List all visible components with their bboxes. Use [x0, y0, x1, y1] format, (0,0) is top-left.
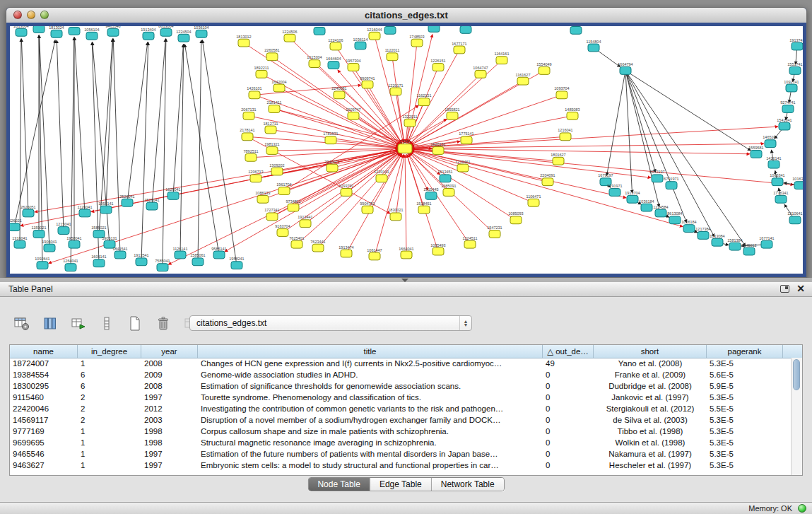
graph-node[interactable]: 1958241 [229, 257, 244, 269]
graph-node[interactable]: 1841541 [112, 247, 127, 259]
graph-node[interactable]: 8613084 [667, 211, 682, 223]
new-file-button[interactable] [126, 315, 144, 332]
graph-node[interactable]: 9274741 [780, 100, 795, 112]
graph-node[interactable]: 1955821 [445, 107, 459, 119]
graph-node[interactable]: 1159021 [32, 226, 47, 238]
graph-node[interactable]: 1093791 [339, 184, 353, 196]
graph-node[interactable]: 1465241 [763, 135, 777, 147]
graph-node[interactable]: 1775141 [459, 132, 473, 144]
vertical-scrollbar[interactable] [791, 358, 802, 475]
graph-node[interactable]: 1061447 [367, 248, 382, 260]
graph-node[interactable]: 1126041 [78, 205, 93, 217]
table-row[interactable]: 1872400712008Changes of HCN gene express… [10, 358, 792, 369]
graph-node[interactable]: 1485083 [565, 107, 579, 119]
graph-node[interactable]: 1906041 [42, 240, 57, 252]
graph-node[interactable]: 1915445 [423, 187, 438, 199]
graph-node[interactable]: 1541341 [777, 118, 792, 130]
window-titlebar[interactable]: citations_edges.txt [6, 8, 806, 23]
graph-node[interactable]: 1016341 [792, 177, 803, 189]
graph-node[interactable]: 9245012 [741, 243, 756, 255]
table-row[interactable]: 2242004622012Investigating the contribut… [10, 403, 792, 414]
table-row[interactable]: 1830029562008Estimation of significance … [10, 380, 792, 392]
graph-node[interactable]: 2626051 [20, 205, 35, 217]
graph-node[interactable]: 1206713 [248, 170, 263, 182]
graph-node[interactable]: 1161627 [516, 73, 531, 85]
graph-node[interactable]: 1677171 [452, 42, 466, 54]
graph-node[interactable]: 1224504 [176, 30, 191, 42]
graph-node[interactable]: 1224511 [463, 236, 478, 248]
graph-node[interactable]: 7892511 [244, 149, 259, 161]
network-canvas[interactable]: 1724018130122260581122450610153041224106… [6, 23, 806, 277]
graph-node[interactable]: 1056104 [84, 28, 99, 40]
graph-node[interactable]: 1781531 [323, 132, 338, 144]
graph-node[interactable]: 9163704 [275, 224, 290, 236]
table-row[interactable]: 946362711997Embryonic stem cells: a mode… [10, 460, 792, 471]
scrollbar-thumb[interactable] [793, 359, 800, 390]
graph-node[interactable]: 1913404 [141, 28, 155, 40]
table-settings-button[interactable] [13, 315, 31, 332]
graph-node[interactable]: 1551741 [787, 62, 802, 74]
graph-node[interactable]: 8130304 [426, 26, 441, 32]
graph-node[interactable]: 1210461 [455, 160, 470, 172]
graph-node[interactable]: 17240 [398, 139, 412, 153]
graph-node[interactable]: 1830021 [388, 209, 403, 221]
graph-node[interactable]: 1426141 [766, 156, 781, 168]
graph-node[interactable]: 9791971 [607, 184, 622, 196]
graph-node[interactable]: 1210641 [787, 211, 802, 223]
column-header-pagerank[interactable]: pagerank [707, 345, 783, 358]
graph-node[interactable]: 7585041 [155, 259, 170, 271]
graph-node[interactable]: 1216041 [558, 128, 572, 140]
graph-node[interactable]: 9904751 [360, 201, 375, 214]
graph-node[interactable]: 1559581 [748, 146, 763, 158]
graph-node[interactable]: 1776341 [773, 191, 788, 203]
graph-node[interactable]: 1064747 [473, 66, 488, 78]
graph-node[interactable]: 1122011 [385, 48, 400, 60]
graph-node[interactable]: 1958041 [66, 236, 81, 248]
graph-node[interactable]: 1217384 [695, 227, 710, 239]
column-header-year[interactable]: year [141, 345, 198, 358]
graph-node[interactable]: 1547231 [487, 226, 502, 238]
graph-node[interactable]: 1813012 [236, 35, 251, 47]
graph-node[interactable]: 1913474 [339, 245, 353, 257]
column-header-out_degree[interactable]: △ out_de… [543, 345, 594, 358]
graph-node[interactable]: 9585141 [211, 247, 226, 259]
graph-node[interactable]: 8972197 [649, 170, 664, 182]
tab-edge-table[interactable]: Edge Table [370, 478, 432, 491]
graph-node[interactable]: 2240071 [324, 160, 339, 172]
table-row[interactable]: 1938455462009Genome-wide association stu… [10, 369, 792, 380]
graph-node[interactable]: 9734811 [286, 199, 301, 211]
graph-node[interactable]: 7625401 [289, 236, 304, 248]
graph-node[interactable]: 1664794 [618, 62, 632, 74]
graph-node[interactable]: 1642004 [271, 80, 286, 92]
graph-node[interactable]: 1056184 [681, 220, 696, 232]
graph-node[interactable]: 1626151 [430, 142, 445, 154]
graph-node[interactable]: 1581384 [727, 238, 742, 250]
graph-node[interactable]: 1092641 [35, 257, 49, 269]
graph-node[interactable]: 1664604 [326, 57, 341, 69]
graph-node[interactable]: 1585061 [190, 253, 205, 265]
graph-node[interactable]: 1309202 [269, 163, 284, 175]
graph-node[interactable]: 1961704 [276, 182, 291, 194]
graph-node[interactable]: 1226151 [430, 59, 445, 71]
table-row[interactable]: 911546021997Tourette syndrome. Phenomeno… [10, 392, 792, 403]
graph-node[interactable]: 1626041 [165, 187, 180, 199]
tab-network-table[interactable]: Network Table [432, 478, 504, 491]
graph-node[interactable]: 8613004 [158, 26, 173, 36]
graph-node[interactable]: 2260581 [264, 48, 279, 60]
graph-node[interactable]: 7623441 [310, 240, 325, 252]
graph-node[interactable]: 1220141 [374, 170, 389, 182]
column-header-in_degree[interactable]: in_degree [78, 345, 141, 358]
column-header-name[interactable]: name [10, 345, 78, 358]
graph-node[interactable]: 1727341 [264, 209, 279, 221]
column-selector-button[interactable] [41, 315, 59, 332]
graph-node[interactable]: 1217304 [66, 26, 81, 35]
graph-node[interactable]: 1581301 [31, 26, 46, 33]
graph-node[interactable]: 2181411 [267, 100, 282, 112]
graph-node[interactable]: 1426101 [247, 86, 261, 98]
graph-node[interactable]: 1126141 [173, 247, 188, 259]
tab-node-table[interactable]: Node Table [308, 478, 370, 491]
graph-node[interactable]: 1606141 [91, 255, 106, 267]
graph-node[interactable]: 1085091 [441, 184, 456, 196]
graph-node[interactable]: 1813084 [710, 234, 724, 246]
network-graph[interactable]: 1724018130122260581122450610153041224106… [10, 26, 803, 274]
